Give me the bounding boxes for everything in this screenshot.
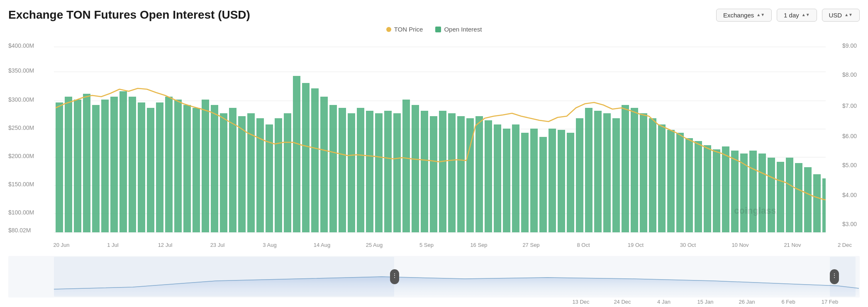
svg-rect-83 [594,111,602,232]
svg-rect-37 [174,100,182,232]
svg-rect-90 [658,124,666,232]
svg-rect-39 [193,108,200,232]
currency-label: USD [829,12,842,19]
svg-rect-33 [138,102,145,232]
svg-rect-106 [804,167,812,232]
exchanges-arrows-icon: ▲▼ [756,13,765,17]
svg-rect-107 [813,174,821,232]
svg-text:$150.00M: $150.00M [8,181,34,188]
chart-container: Exchange TON Futures Open Interest (USD)… [0,0,868,307]
navigator-svg: ⋮ ⋮ [8,256,860,297]
svg-rect-134 [54,257,394,297]
svg-rect-70 [475,116,483,232]
svg-rect-74 [512,124,519,232]
ton-price-color-dot [386,27,391,32]
main-chart-svg: $400.00M $350.00M $300.00M $250.00M $200… [8,35,860,255]
svg-rect-78 [549,129,556,232]
svg-rect-43 [229,108,237,232]
svg-text:⋮: ⋮ [392,272,397,279]
svg-text:4 Jan: 4 Jan [657,299,671,305]
timeframe-arrows-icon: ▲▼ [802,13,810,17]
chart-title: Exchange TON Futures Open Interest (USD) [8,8,250,22]
exchanges-label: Exchanges [723,12,754,19]
svg-text:20 Jun: 20 Jun [53,242,69,248]
svg-text:3 Aug: 3 Aug [263,242,276,248]
svg-text:25 Aug: 25 Aug [366,242,383,248]
ton-price-label: TON Price [394,26,423,33]
svg-text:27 Sep: 27 Sep [522,242,539,248]
svg-rect-75 [521,133,529,232]
svg-rect-34 [147,108,154,232]
currency-button[interactable]: USD ▲▼ [822,9,860,22]
svg-rect-64 [421,111,428,232]
svg-rect-109 [831,183,839,232]
svg-text:5 Sep: 5 Sep [419,242,434,248]
svg-rect-31 [119,91,127,232]
svg-text:14 Aug: 14 Aug [314,242,331,248]
svg-rect-56 [348,113,355,232]
svg-rect-93 [685,138,693,232]
svg-text:17 Feb: 17 Feb [822,299,838,305]
svg-rect-55 [339,108,346,232]
svg-text:30 Oct: 30 Oct [680,242,696,248]
svg-text:21 Nov: 21 Nov [784,242,801,248]
timeframe-button[interactable]: 1 day ▲▼ [777,9,817,22]
svg-text:$6.00: $6.00 [842,133,857,139]
svg-text:$5.00: $5.00 [842,162,857,168]
svg-rect-66 [439,111,446,232]
timeframe-label: 1 day [784,12,799,19]
currency-arrows-icon: ▲▼ [844,13,853,17]
svg-rect-112 [859,195,860,232]
svg-text:1 Jul: 1 Jul [107,242,119,248]
svg-text:13 Dec: 13 Dec [572,299,590,305]
svg-rect-100 [749,151,757,232]
svg-rect-101 [758,154,766,232]
svg-rect-77 [539,137,547,232]
svg-rect-71 [485,120,492,232]
svg-rect-58 [366,111,373,232]
svg-rect-91 [667,130,675,232]
svg-rect-95 [704,145,711,232]
svg-rect-54 [329,105,337,232]
svg-rect-80 [567,133,574,232]
svg-text:16 Sep: 16 Sep [470,242,487,248]
svg-rect-65 [430,116,437,232]
svg-rect-48 [275,118,282,232]
svg-rect-57 [357,108,364,232]
svg-rect-45 [247,113,255,232]
svg-rect-88 [640,113,647,232]
svg-rect-87 [631,108,638,232]
svg-text:$3.00: $3.00 [842,221,857,227]
svg-text:8 Oct: 8 Oct [577,242,590,248]
svg-rect-68 [457,116,465,232]
svg-rect-36 [165,97,173,232]
open-interest-legend: Open Interest [435,26,482,33]
exchanges-button[interactable]: Exchanges ▲▼ [716,9,772,22]
svg-rect-82 [585,108,592,232]
svg-rect-59 [375,113,383,232]
svg-rect-51 [302,83,310,232]
svg-text:$8.00: $8.00 [842,71,857,78]
svg-text:$400.00M: $400.00M [8,42,34,49]
svg-rect-49 [284,113,291,232]
chart-legend: TON Price Open Interest [8,26,860,33]
svg-text:$200.00M: $200.00M [8,153,34,159]
svg-text:$250.00M: $250.00M [8,124,34,131]
svg-rect-35 [156,102,163,232]
svg-text:23 Jul: 23 Jul [210,242,225,248]
svg-text:2 Dec: 2 Dec [838,242,852,248]
svg-text:⋮: ⋮ [831,272,837,279]
svg-text:6 Feb: 6 Feb [781,299,795,305]
svg-rect-105 [795,163,802,232]
svg-rect-46 [256,118,264,232]
svg-text:$4.00: $4.00 [842,192,857,198]
svg-rect-28 [92,105,100,232]
svg-rect-52 [311,88,319,232]
svg-rect-86 [622,105,629,232]
svg-text:$9.00: $9.00 [842,42,857,49]
svg-text:19 Oct: 19 Oct [628,242,644,248]
svg-rect-103 [777,162,784,232]
svg-rect-92 [676,133,684,232]
svg-rect-27 [83,94,90,232]
svg-rect-30 [110,97,118,232]
